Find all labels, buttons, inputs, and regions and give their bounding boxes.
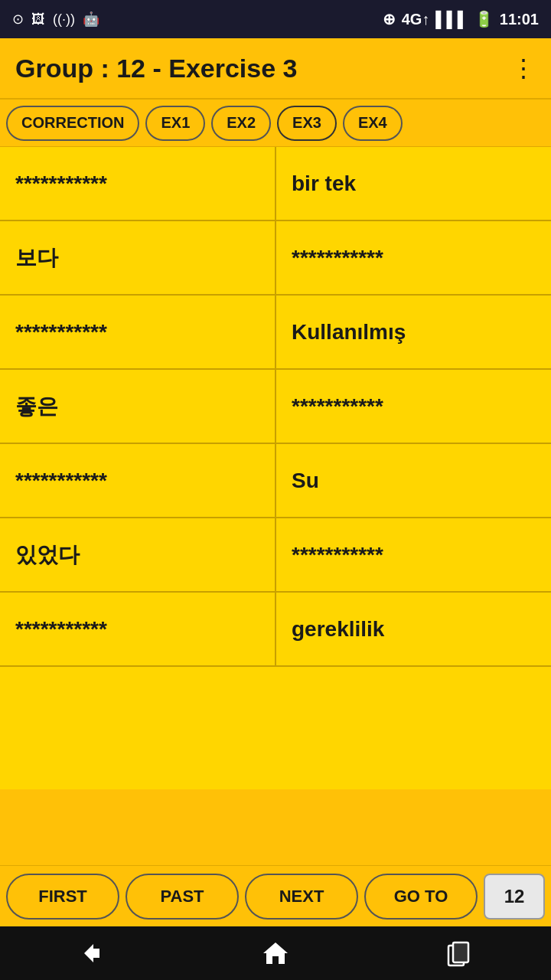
bottom-nav: FIRST PAST NEXT GO TO bbox=[0, 865, 551, 926]
cell-left-4[interactable]: *********** bbox=[0, 444, 276, 517]
tab-ex2[interactable]: EX2 bbox=[211, 106, 271, 141]
cell-right-1[interactable]: *********** bbox=[276, 221, 551, 294]
clock: 11:01 bbox=[500, 11, 539, 28]
tab-ex1[interactable]: EX1 bbox=[145, 106, 205, 141]
cell-right-5[interactable]: *********** bbox=[276, 518, 551, 591]
header: Group : 12 - Exercise 3 ⋮ bbox=[0, 38, 551, 100]
tab-ex3[interactable]: EX3 bbox=[277, 106, 337, 141]
table-row: *********** Su bbox=[0, 444, 551, 518]
back-button[interactable] bbox=[69, 930, 115, 976]
svg-rect-1 bbox=[453, 942, 468, 962]
table-row: *********** bir tek bbox=[0, 147, 551, 221]
4g-icon: 4G↑ bbox=[402, 11, 430, 28]
table-row: *********** Kullanılmış bbox=[0, 296, 551, 370]
location-icon: ⊕ bbox=[383, 10, 396, 28]
cell-left-5[interactable]: 있었다 bbox=[0, 518, 276, 591]
menu-button[interactable]: ⋮ bbox=[511, 54, 536, 83]
image-icon: 🖼 bbox=[31, 11, 45, 28]
battery-icon: 🔋 bbox=[474, 10, 494, 28]
cell-left-2[interactable]: *********** bbox=[0, 296, 276, 368]
cell-right-4[interactable]: Su bbox=[276, 444, 551, 517]
android-icon: 🤖 bbox=[83, 11, 99, 28]
signal-bars-icon: ▌▌▌ bbox=[435, 11, 468, 28]
tab-bar: CORRECTION EX1 EX2 EX3 EX4 bbox=[0, 100, 551, 147]
cell-right-3[interactable]: *********** bbox=[276, 370, 551, 443]
table-row: 있었다 *********** bbox=[0, 518, 551, 593]
first-button[interactable]: FIRST bbox=[6, 874, 119, 920]
home-button[interactable] bbox=[253, 930, 298, 976]
status-left-icons: ⊙ 🖼 ((·)) 🤖 bbox=[12, 11, 99, 28]
system-nav-bar bbox=[0, 926, 551, 980]
page-number-input[interactable] bbox=[484, 874, 545, 920]
past-button[interactable]: PAST bbox=[126, 874, 239, 920]
table-row: *********** gereklilik bbox=[0, 593, 551, 667]
status-right-icons: ⊕ 4G↑ ▌▌▌ 🔋 11:01 bbox=[383, 10, 539, 28]
page-title: Group : 12 - Exercise 3 bbox=[15, 54, 298, 83]
goto-button[interactable]: GO TO bbox=[364, 874, 478, 920]
cell-left-3[interactable]: 좋은 bbox=[0, 370, 276, 443]
recents-button[interactable] bbox=[436, 930, 482, 976]
table-row: 좋은 *********** bbox=[0, 370, 551, 444]
tab-ex4[interactable]: EX4 bbox=[343, 106, 403, 141]
tab-correction[interactable]: CORRECTION bbox=[6, 106, 139, 141]
exercise-table: *********** bir tek 보다 *********** *****… bbox=[0, 147, 551, 789]
cell-right-6[interactable]: gereklilik bbox=[276, 593, 551, 665]
cell-right-2[interactable]: Kullanılmış bbox=[276, 296, 551, 368]
cell-left-6[interactable]: *********** bbox=[0, 593, 276, 665]
table-row: 보다 *********** bbox=[0, 221, 551, 296]
signal-icon: ((·)) bbox=[53, 11, 75, 28]
status-bar: ⊙ 🖼 ((·)) 🤖 ⊕ 4G↑ ▌▌▌ 🔋 11:01 bbox=[0, 0, 551, 38]
next-button[interactable]: NEXT bbox=[245, 874, 358, 920]
wifi-icon: ⊙ bbox=[12, 11, 24, 28]
cell-left-0[interactable]: *********** bbox=[0, 147, 276, 220]
cell-left-1[interactable]: 보다 bbox=[0, 221, 276, 294]
cell-right-0[interactable]: bir tek bbox=[276, 147, 551, 220]
